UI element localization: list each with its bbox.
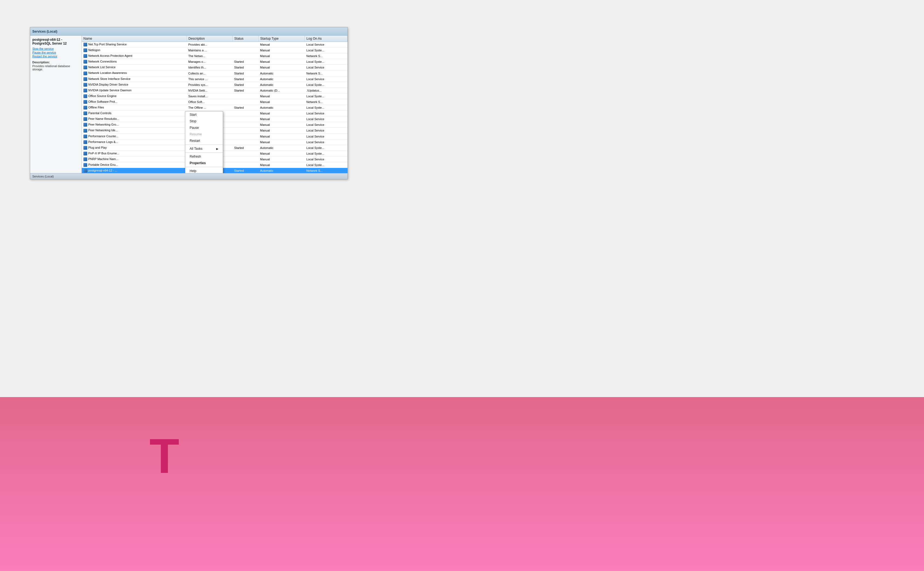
service-logon-cell: Network S... <box>305 168 348 173</box>
title-bar-text: Services (Local) <box>32 29 57 34</box>
service-logon-cell: .\Updatus... <box>305 88 348 93</box>
col-header-name[interactable]: Name <box>82 35 186 42</box>
service-desc-cell: NVIDIA Setti... <box>186 88 233 93</box>
services-window: Services (Local) postgresql-x64-12 - Pos… <box>30 27 348 179</box>
all-tasks-label: All Tasks <box>189 147 202 151</box>
service-desc-cell: The Netwo... <box>186 53 233 59</box>
service-status-cell <box>233 93 259 99</box>
service-logon-cell: Local Service <box>305 116 348 122</box>
context-menu-refresh[interactable]: Refresh <box>185 153 223 160</box>
service-name-cell: PnP-X IP Bus Enume... <box>82 151 186 156</box>
stop-service-link[interactable]: Stop the service <box>32 47 79 50</box>
context-menu-all-tasks[interactable]: All Tasks ▶ <box>185 145 223 152</box>
service-name-cell: Performance Counte... <box>82 133 186 139</box>
service-startup-cell: Automatic <box>259 168 305 173</box>
service-icon <box>83 48 87 52</box>
pause-service-link[interactable]: Pause the service <box>32 51 79 54</box>
service-status-cell <box>233 156 259 162</box>
service-logon-cell: Local Syste... <box>305 151 348 156</box>
col-header-startup[interactable]: Startup Type <box>259 35 305 42</box>
context-menu-stop[interactable]: Stop <box>185 118 223 125</box>
service-startup-cell: Manual <box>259 48 305 53</box>
service-desc-cell: Manages o... <box>186 59 233 65</box>
service-icon <box>83 169 87 173</box>
service-logon-cell: Local Service <box>305 156 348 162</box>
service-name-cell: Net.Tcp Port Sharing Service <box>82 42 186 48</box>
table-row[interactable]: Office Source EngineSaves install...Manu… <box>82 93 348 99</box>
service-status-cell <box>233 42 259 48</box>
service-icon <box>83 89 87 93</box>
service-name-cell: Office Source Engine <box>82 93 186 99</box>
service-name-cell: postgresql-x64-12 - ... <box>82 168 186 173</box>
table-row[interactable]: NVIDIA Update Service DaemonNVIDIA Setti… <box>82 88 348 93</box>
context-menu-help[interactable]: Help <box>185 168 223 173</box>
service-startup-cell: Manual <box>259 99 305 105</box>
service-icon <box>83 157 87 161</box>
context-menu-start[interactable]: Start <box>185 111 223 118</box>
service-name-cell: Portable Device Enu... <box>82 162 186 168</box>
service-icon <box>83 163 87 167</box>
context-menu-properties[interactable]: Properties <box>185 160 223 166</box>
service-name-cell: Office Software Prot... <box>82 99 186 105</box>
service-name-cell: Network Location Awareness <box>82 70 186 76</box>
context-menu-pause[interactable]: Pause <box>185 125 223 131</box>
service-startup-cell: Manual <box>259 139 305 145</box>
table-row[interactable]: Network Location AwarenessCollects an...… <box>82 70 348 76</box>
service-name-cell: Plug and Play <box>82 145 186 151</box>
right-panel: Name Description Status Startup Type Log… <box>82 35 348 173</box>
service-desc-cell: Identifies th... <box>186 65 233 70</box>
table-row[interactable]: Network List ServiceIdentifies th...Star… <box>82 65 348 70</box>
service-status-cell: Started <box>233 82 259 88</box>
service-startup-cell: Automatic <box>259 105 305 111</box>
table-row[interactable]: Network Access Protection AgentThe Netwo… <box>82 53 348 59</box>
service-name-cell: Performance Logs &... <box>82 139 186 145</box>
left-panel-description: Description: Provides relational databas… <box>32 60 79 71</box>
table-row[interactable]: Network Store Interface ServiceThis serv… <box>82 76 348 82</box>
service-icon <box>83 77 87 81</box>
table-row[interactable]: Office Software Prot...Office Soft...Man… <box>82 99 348 105</box>
service-name-cell: Peer Networking Ide... <box>82 128 186 133</box>
left-panel: postgresql-x64-12 - PostgreSQL Server 12… <box>30 35 82 173</box>
service-icon <box>83 140 87 144</box>
service-startup-cell: Manual <box>259 122 305 128</box>
table-row[interactable]: Net.Tcp Port Sharing ServiceProvides abi… <box>82 42 348 48</box>
service-startup-cell: Manual <box>259 65 305 70</box>
context-menu-restart[interactable]: Restart <box>185 137 223 144</box>
service-name-cell: Network List Service <box>82 65 186 70</box>
col-header-status[interactable]: Status <box>233 35 259 42</box>
service-icon <box>83 43 87 46</box>
service-icon <box>83 54 87 58</box>
service-status-cell <box>233 122 259 128</box>
table-row[interactable]: Offline FilesThe Offline ...StartedAutom… <box>82 105 348 111</box>
service-startup-cell: Manual <box>259 111 305 116</box>
service-startup-cell: Automatic <box>259 70 305 76</box>
service-logon-cell: Local Service <box>305 139 348 145</box>
table-row[interactable]: NVIDIA Display Driver ServiceProvides sy… <box>82 82 348 88</box>
service-icon <box>83 152 87 156</box>
service-desc-cell: This service ... <box>186 76 233 82</box>
service-logon-cell: Local Syste... <box>305 93 348 99</box>
service-startup-cell: Manual <box>259 162 305 168</box>
col-header-logon[interactable]: Log On As <box>305 35 348 42</box>
service-startup-cell: Manual <box>259 59 305 65</box>
restart-service-link[interactable]: Restart the service <box>32 55 79 58</box>
service-logon-cell: Local Service <box>305 122 348 128</box>
left-panel-service-title: postgresql-x64-12 - PostgreSQL Server 12 <box>32 38 79 45</box>
pink-text-overlay: T <box>149 428 179 484</box>
service-icon <box>83 134 87 138</box>
service-logon-cell: Local Service <box>305 42 348 48</box>
service-name-cell: Peer Name Resolutio... <box>82 116 186 122</box>
service-startup-cell: Manual <box>259 156 305 162</box>
service-logon-cell: Local Syste... <box>305 82 348 88</box>
table-row[interactable]: Network ConnectionsManages o...StartedMa… <box>82 59 348 65</box>
service-name-cell: Netlogon <box>82 48 186 53</box>
service-startup-cell: Automatic <box>259 145 305 151</box>
service-icon <box>83 83 87 87</box>
service-status-cell <box>233 162 259 168</box>
service-status-cell: Started <box>233 70 259 76</box>
table-row[interactable]: NetlogonMaintains a ...ManualLocal Syste… <box>82 48 348 53</box>
service-startup-cell: Manual <box>259 93 305 99</box>
description-label: Description: <box>32 60 79 64</box>
service-status-cell: Started <box>233 59 259 65</box>
col-header-description[interactable]: Description <box>186 35 233 42</box>
